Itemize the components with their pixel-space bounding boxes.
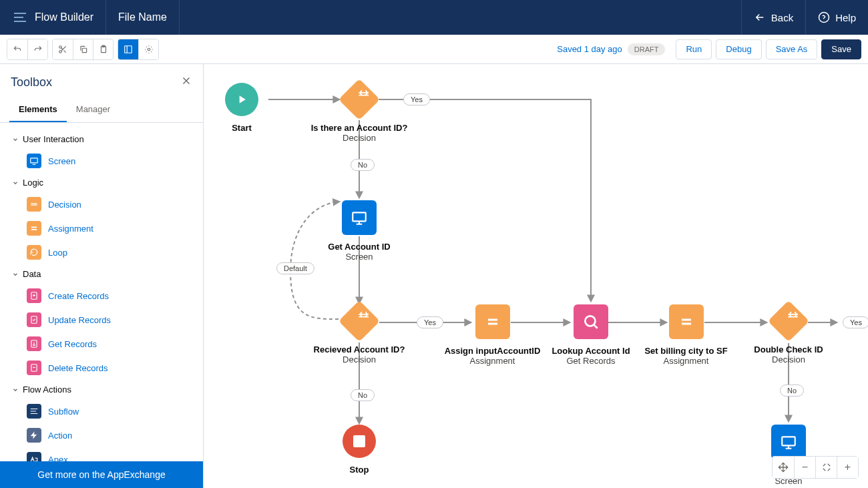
paste-button[interactable] [93, 39, 113, 59]
node-received-account-id[interactable]: Recieved Account ID? Decision [305, 304, 413, 364]
svg-point-14 [585, 316, 595, 326]
close-toolbox-button[interactable] [180, 73, 192, 91]
debug-button[interactable]: Debug [716, 39, 761, 59]
decision-icon [349, 308, 379, 325]
tab-elements[interactable]: Elements [9, 97, 67, 122]
toolbox-panel: Toolbox Elements Manager User Interactio… [0, 64, 204, 488]
copy-button[interactable] [73, 39, 93, 59]
tree-item-delete-records[interactable]: Delete Records [0, 356, 203, 380]
help-button[interactable]: Help [805, 0, 868, 35]
save-as-button[interactable]: Save As [766, 39, 818, 59]
assignment-icon [475, 304, 510, 339]
get-records-icon [574, 304, 608, 339]
node-double-check-id[interactable]: Double Check ID Decision [751, 304, 826, 364]
tree-item-create-records[interactable]: Create Records [0, 284, 203, 308]
path-label-no: No [780, 385, 804, 397]
settings-button[interactable] [138, 39, 158, 59]
tree-item-assignment[interactable]: Assignment [0, 216, 203, 240]
node-start[interactable]: Start [225, 83, 258, 133]
scissors-icon [58, 45, 67, 54]
redo-icon [33, 45, 43, 54]
svg-rect-8 [31, 158, 38, 163]
screen-icon [342, 200, 377, 235]
loop-icon [27, 245, 41, 260]
app-header: Flow Builder File Name Back Help [0, 0, 868, 35]
node-lookup-account[interactable]: Lookup Account Id Get Records [548, 304, 634, 366]
appexchange-link[interactable]: Get more on the AppExchange [0, 461, 203, 488]
tree-item-get-records[interactable]: Get Records [0, 332, 203, 356]
arrow-left-icon [754, 11, 766, 23]
action-icon [27, 428, 41, 443]
assignment-icon [669, 304, 704, 339]
fit-button[interactable] [815, 457, 837, 478]
close-icon [180, 75, 192, 87]
decision-icon [27, 197, 41, 212]
path-label-no: No [351, 159, 375, 171]
path-label-default: Default [276, 262, 314, 274]
screen-icon [771, 425, 806, 459]
back-button[interactable]: Back [741, 0, 805, 35]
node-decision-account-id[interactable]: Is there an Account ID? Decision [305, 83, 413, 143]
flow-canvas[interactable]: Start Is there an Account ID? Decision G… [204, 64, 868, 488]
redo-button[interactable] [27, 39, 47, 59]
decision-icon [349, 87, 379, 103]
app-title: Flow Builder [35, 11, 93, 23]
subflow-icon [27, 404, 41, 419]
zoom-in-button[interactable]: + [837, 457, 858, 478]
save-button[interactable]: Save [821, 39, 861, 59]
tree-item-screen[interactable]: Screen [0, 149, 203, 173]
save-status: Saved 1 day ago [557, 44, 622, 54]
tree-item-loop[interactable]: Loop [0, 240, 203, 264]
question-icon [818, 11, 830, 23]
node-assign-input-account-id[interactable]: Assign inputAccountID Assignment [444, 304, 541, 366]
cut-button[interactable] [53, 39, 73, 59]
toolbar: Saved 1 day ago DRAFT Run Debug Save As … [0, 35, 868, 64]
layout-view-button[interactable] [118, 39, 138, 59]
delete-records-icon [27, 360, 41, 375]
tree-item-update-records[interactable]: Update Records [0, 308, 203, 332]
path-label-yes: Yes [843, 316, 868, 328]
tab-manager[interactable]: Manager [67, 97, 120, 122]
undo-button[interactable] [7, 39, 27, 59]
node-get-account-id[interactable]: Get Account ID Screen [320, 200, 398, 262]
zoom-out-button[interactable]: − [794, 457, 815, 478]
tree-group[interactable]: Flow Actions [0, 380, 203, 399]
tree-group[interactable]: Data [0, 264, 203, 284]
get-records-icon [27, 336, 41, 351]
element-tree: User InteractionScreenLogicDecisionAssig… [0, 123, 203, 461]
svg-point-2 [59, 50, 62, 53]
file-name-section[interactable]: File Name [106, 0, 180, 35]
tree-item-subflow[interactable]: Subflow [0, 399, 203, 423]
run-button[interactable]: Run [676, 39, 712, 59]
chevron-down-icon [12, 180, 19, 186]
gear-icon [144, 45, 154, 54]
svg-rect-13 [353, 212, 366, 221]
pan-button[interactable] [773, 457, 794, 478]
svg-rect-3 [82, 48, 86, 52]
svg-point-1 [59, 45, 62, 48]
tree-item-decision[interactable]: Decision [0, 192, 203, 216]
tree-item-apex[interactable]: Apex [0, 447, 203, 461]
tree-group[interactable]: Logic [0, 173, 203, 192]
screen-icon [27, 154, 41, 168]
toolbox-title: Toolbox [11, 75, 180, 89]
path-label-no: No [351, 389, 375, 401]
svg-rect-6 [125, 45, 132, 53]
undo-icon [13, 45, 22, 54]
path-label-yes: Yes [417, 316, 443, 328]
decision-icon [779, 308, 808, 325]
tree-item-action[interactable]: Action [0, 423, 203, 447]
chevron-down-icon [12, 271, 19, 278]
copy-icon [79, 45, 88, 54]
chevron-down-icon [12, 387, 19, 393]
assignment-icon [27, 221, 41, 236]
create-records-icon [27, 288, 41, 303]
node-stop[interactable]: Stop [343, 425, 376, 475]
zoom-controls: − + [772, 456, 859, 479]
svg-rect-15 [782, 437, 795, 445]
stop-icon [343, 425, 376, 458]
node-set-billing-city[interactable]: Set billing city to SF Assignment [641, 304, 731, 366]
move-icon [778, 462, 789, 473]
apex-icon [27, 452, 41, 461]
tree-group[interactable]: User Interaction [0, 130, 203, 149]
